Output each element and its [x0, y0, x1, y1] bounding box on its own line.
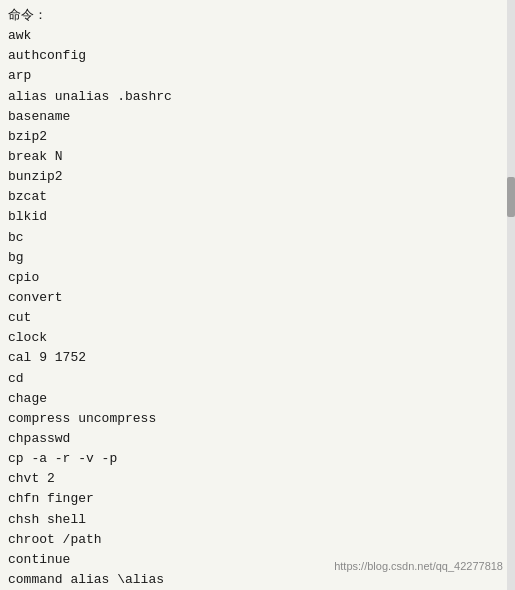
watermark: https://blog.csdn.net/qq_42277818	[334, 560, 503, 572]
list-item: command alias \alias	[8, 570, 507, 590]
list-item: cpio	[8, 268, 507, 288]
list-item: chpasswd	[8, 429, 507, 449]
list-item: bzcat	[8, 187, 507, 207]
list-item: alias unalias .bashrc	[8, 87, 507, 107]
list-item: authconfig	[8, 46, 507, 66]
list-item: chsh shell	[8, 510, 507, 530]
list-item: chfn finger	[8, 489, 507, 509]
list-item: bg	[8, 248, 507, 268]
list-item: clock	[8, 328, 507, 348]
header-line: 命令：	[8, 6, 507, 26]
list-item: blkid	[8, 207, 507, 227]
list-item: cal 9 1752	[8, 348, 507, 368]
list-item: cut	[8, 308, 507, 328]
list-item: basename	[8, 107, 507, 127]
list-item: chroot /path	[8, 530, 507, 550]
list-item: convert	[8, 288, 507, 308]
main-content: 命令： awkauthconfigarpalias unalias .bashr…	[0, 0, 515, 590]
list-item: break N	[8, 147, 507, 167]
list-item: cd	[8, 369, 507, 389]
list-item: compress uncompress	[8, 409, 507, 429]
scrollbar-thumb[interactable]	[507, 177, 515, 217]
list-item: bunzip2	[8, 167, 507, 187]
list-item: cp -a -r -v -p	[8, 449, 507, 469]
list-item: arp	[8, 66, 507, 86]
list-item: bc	[8, 228, 507, 248]
scrollbar[interactable]	[507, 0, 515, 590]
list-item: bzip2	[8, 127, 507, 147]
list-item: chage	[8, 389, 507, 409]
list-item: chvt 2	[8, 469, 507, 489]
list-item: awk	[8, 26, 507, 46]
